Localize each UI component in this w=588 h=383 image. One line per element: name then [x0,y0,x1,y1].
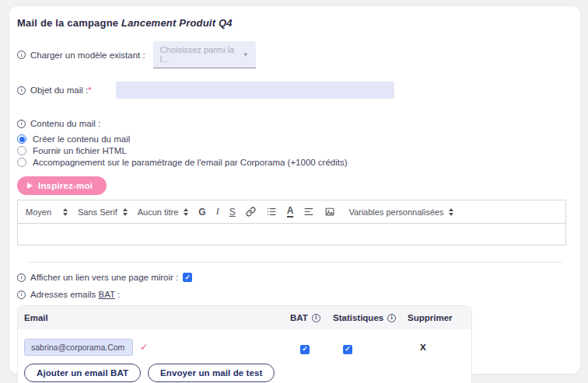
content-options: Créer le contenu du mail Fournir un fich… [17,134,566,167]
select-arrows-icon [184,208,188,216]
radio-html-file[interactable]: Fournir un fichier HTML [17,146,566,155]
column-header-statistiques: Statistiquesi [333,313,408,322]
bat-term-link[interactable]: BAT [99,290,115,299]
content-label: Contenu du mail : [30,119,100,128]
radio-assisted-setup[interactable]: Accompagnement sur le paramétrage de l'e… [17,158,566,167]
column-header-email: Email [24,313,290,322]
template-select-value: Choisissez parmi la l... [160,45,243,64]
info-icon: i [387,314,396,322]
radio-icon [17,134,26,144]
column-header-supprimer: Supprimer [408,313,465,322]
info-icon: i [17,86,26,95]
info-icon: i [17,273,26,282]
link-icon[interactable] [246,207,256,217]
valid-check-icon: ✓ [140,342,148,353]
info-icon: i [312,314,320,322]
select-arrows-icon [449,208,453,216]
add-bat-email-button[interactable]: Ajouter un email BAT [24,364,141,382]
text-color-icon[interactable]: A [287,206,294,218]
mail-body-editor: Moyen Sans Serif Aucun titre G I S A [17,200,566,245]
mirror-link-checkbox[interactable]: ✓ [183,273,192,282]
table-row: ✓ ✓ ✓ X [18,329,471,359]
radio-icon [17,158,26,167]
select-arrows-icon [63,208,68,216]
required-asterisk: * [88,85,91,95]
select-arrows-icon [123,208,128,216]
bat-emails-table: Email BATi Statistiquesi Supprimer ✓ ✓ ✓… [17,305,472,383]
campaign-mail-panel: Mail de la campagne Lancement Produit Q4… [9,6,580,374]
editor-toolbar: Moyen Sans Serif Aucun titre G I S A [18,200,565,224]
bold-button[interactable]: G [198,207,205,218]
play-arrow-icon [27,183,33,189]
align-icon[interactable] [303,207,314,217]
list-icon[interactable] [266,207,277,217]
subject-label: Objet du mail :* [30,85,91,95]
subject-input[interactable] [116,82,394,99]
heading-select[interactable]: Aucun titre [138,207,189,217]
send-test-mail-button[interactable]: Envoyer un mail de test [148,364,275,382]
bat-email-input[interactable] [24,339,133,356]
info-icon: i [17,291,26,299]
template-select[interactable]: Choisissez parmi la l... ▼ [153,41,256,68]
font-family-select[interactable]: Sans Serif [78,207,128,217]
radio-create-content[interactable]: Créer le contenu du mail [17,134,566,144]
delete-row-button[interactable]: X [408,343,465,352]
image-icon[interactable] [324,207,335,217]
column-header-bat: BATi [290,313,333,322]
chevron-down-icon: ▼ [243,51,249,58]
statistiques-checkbox[interactable]: ✓ [343,345,352,354]
page-title: Mail de la campagne Lancement Produit Q4 [17,17,566,29]
bat-checkbox[interactable]: ✓ [300,345,310,354]
page-title-prefix: Mail de la campagne [17,17,121,29]
bat-emails-label: Adresses emails BAT : [30,290,120,299]
radio-icon [17,146,26,155]
template-loader-label: Charger un modèle existant : [30,50,145,60]
mirror-link-label: Afficher un lien vers une page miroir : [30,273,178,282]
inspire-me-button[interactable]: Inspirez-moi [17,176,107,195]
section-divider [28,262,562,263]
font-size-select[interactable]: Moyen [26,207,68,217]
info-icon: i [17,120,26,128]
custom-variables-select[interactable]: Variables personnalisées [348,207,453,217]
italic-button[interactable]: I [216,206,219,218]
editor-content-area[interactable] [18,224,565,245]
table-header-row: Email BATi Statistiquesi Supprimer [18,306,471,329]
campaign-name: Lancement Produit Q4 [121,17,233,29]
underline-button[interactable]: S [229,207,236,218]
info-icon: i [17,50,26,59]
